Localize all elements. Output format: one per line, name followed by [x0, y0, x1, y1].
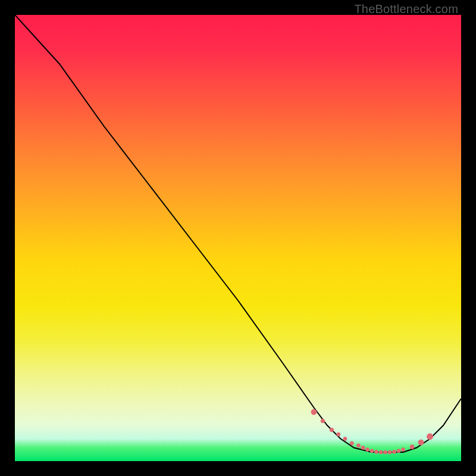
marker-dot: [410, 445, 414, 449]
chart-svg: [15, 15, 461, 461]
marker-dot: [384, 450, 387, 454]
marker-dot: [321, 419, 324, 422]
plot-area: [15, 15, 461, 461]
marker-dot: [393, 450, 396, 453]
marker-dot: [361, 446, 365, 450]
marker-dot: [379, 450, 383, 454]
bottleneck-curve: [15, 15, 461, 452]
optimal-range-markers: [311, 409, 433, 454]
marker-dot: [418, 440, 424, 445]
marker-dot: [343, 437, 347, 441]
marker-dot: [402, 448, 405, 452]
marker-dot: [357, 444, 361, 447]
marker-dot: [330, 428, 333, 431]
marker-dot: [366, 448, 369, 452]
marker-dot: [370, 449, 374, 453]
marker-dot: [311, 409, 317, 415]
watermark-text: TheBottleneck.com: [354, 2, 458, 16]
marker-dot: [427, 434, 433, 440]
marker-dot: [388, 450, 392, 454]
chart-frame: TheBottleneck.com: [0, 0, 476, 476]
marker-dot: [375, 450, 378, 453]
marker-dot: [397, 449, 400, 453]
marker-dot: [350, 441, 353, 445]
marker-dot: [337, 433, 340, 436]
